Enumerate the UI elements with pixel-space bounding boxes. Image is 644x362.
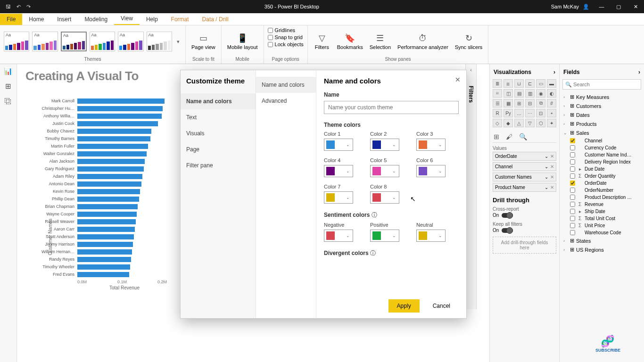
viz-type-button[interactable]: ◆	[504, 119, 513, 127]
viz-type-button[interactable]: ⌗	[493, 89, 502, 98]
chevron-down-icon[interactable]: ⌄	[545, 154, 548, 159]
chevron-right-icon[interactable]: ›	[553, 69, 555, 75]
viz-type-button[interactable]: ☰	[493, 99, 502, 107]
tab-help[interactable]: Help	[140, 14, 165, 25]
remove-icon[interactable]: ✕	[550, 164, 554, 169]
color-picker[interactable]: ⌄	[324, 139, 353, 151]
field-column[interactable]: OrderNumber	[562, 187, 641, 194]
bookmarks-button[interactable]: 🔖Bookmarks	[335, 32, 365, 51]
viz-type-button[interactable]: ⫼	[504, 79, 513, 88]
viz-type-button[interactable]: ▤	[514, 89, 524, 98]
close-icon[interactable]: ✕	[627, 4, 644, 10]
viz-type-button[interactable]: ▭	[536, 79, 545, 88]
theme-swatch[interactable]: Aa	[90, 32, 115, 51]
field-column[interactable]: OrderDate	[562, 180, 641, 187]
theme-swatch[interactable]: Aa	[147, 32, 172, 51]
viz-type-button[interactable]: ⋯	[525, 109, 535, 117]
page-view-button[interactable]: ▭Page view	[190, 32, 217, 51]
field-column[interactable]: ΣUnit Price	[562, 222, 641, 229]
viz-type-button[interactable]: ⧉	[536, 99, 545, 107]
field-column[interactable]: ΣRevenue	[562, 201, 641, 208]
nav-filter-pane[interactable]: Filter pane	[181, 157, 256, 173]
color-picker[interactable]: ⌄	[416, 139, 446, 151]
chevron-right-icon[interactable]: ›	[638, 69, 640, 75]
tab-insert[interactable]: Insert	[50, 14, 78, 25]
chevron-down-icon[interactable]: ⌄	[545, 185, 548, 190]
color-picker[interactable]: ⌄	[370, 139, 399, 151]
tab-file[interactable]: File	[0, 14, 22, 25]
tab-modeling[interactable]: Modeling	[78, 14, 114, 25]
cancel-button[interactable]: Cancel	[424, 299, 459, 313]
theme-swatch[interactable]: Aa	[118, 32, 143, 51]
viz-type-button[interactable]: Py	[504, 109, 513, 117]
chevron-down-icon[interactable]: ⌄	[545, 174, 548, 180]
field-column[interactable]: Product Description …	[562, 194, 641, 201]
field-column[interactable]: Delivery Region Index	[562, 158, 641, 165]
color-picker[interactable]: ⌄	[416, 165, 446, 177]
color-picker[interactable]: ⌄	[324, 165, 353, 177]
analytics-tab-icon[interactable]: 🔍	[519, 133, 527, 140]
color-picker[interactable]: ⌄	[324, 191, 353, 204]
tab-format[interactable]: Format	[165, 14, 196, 25]
viz-type-button[interactable]: △	[514, 119, 524, 127]
field-table-header[interactable]: ›⊞States	[562, 236, 641, 245]
viz-type-button[interactable]: ▥	[525, 89, 535, 98]
viz-type-button[interactable]: ⊟	[525, 99, 535, 107]
nav-name-colors[interactable]: Name and colors	[181, 93, 256, 109]
field-column[interactable]: Currency Code	[562, 144, 641, 151]
viz-type-button[interactable]: ▽	[525, 119, 535, 127]
field-well[interactable]: OrderDate⌄✕	[493, 152, 556, 161]
perf-analyzer-button[interactable]: ⏱Performance analyzer	[396, 33, 450, 51]
report-view-icon[interactable]: 📊	[4, 67, 13, 75]
viz-type-button[interactable]: ⚬	[547, 109, 556, 117]
gridlines-check[interactable]: Gridlines	[268, 27, 295, 33]
cross-report-toggle[interactable]	[502, 213, 513, 218]
field-table-header[interactable]: ›⊞US Regions	[562, 245, 641, 254]
avatar-icon[interactable]: 👤	[583, 4, 589, 10]
field-column[interactable]: ΣTotal Unit Cost	[562, 215, 641, 222]
filters-button[interactable]: ▽Filters	[312, 32, 332, 51]
nav-page[interactable]: Page	[181, 141, 256, 157]
field-column[interactable]: Customer Name Ind…	[562, 151, 641, 158]
color-picker[interactable]: ⌄	[370, 165, 399, 177]
theme-swatch[interactable]: Aa	[32, 32, 58, 51]
color-picker[interactable]: ⌄	[416, 230, 446, 242]
field-table-header[interactable]: ›⊞Products	[562, 119, 641, 128]
mobile-layout-button[interactable]: 📱Mobile layout	[225, 32, 260, 51]
viz-type-button[interactable]: ⊔	[514, 79, 524, 88]
field-column[interactable]: ▸Due Date	[562, 165, 641, 173]
redo-icon[interactable]: ↷	[26, 4, 31, 10]
tab-home[interactable]: Home	[22, 14, 50, 25]
nav-visuals[interactable]: Visuals	[181, 125, 256, 141]
field-well[interactable]: Product Name⌄✕	[493, 183, 556, 192]
selection-button[interactable]: ☰Selection	[368, 32, 393, 51]
data-view-icon[interactable]: ⊞	[5, 82, 11, 90]
minimize-icon[interactable]: —	[593, 4, 610, 10]
remove-icon[interactable]: ✕	[550, 185, 554, 190]
color-picker[interactable]: ⌄	[324, 230, 353, 242]
viz-type-button[interactable]: ▦	[504, 99, 513, 107]
sync-slicers-button[interactable]: ↻Sync slicers	[453, 32, 485, 51]
subnav-name-colors[interactable]: Name and colors	[256, 77, 316, 93]
user-name[interactable]: Sam McKay	[551, 4, 579, 9]
field-column[interactable]: ΣOrder Quantity	[562, 173, 641, 180]
viz-type-button[interactable]: ▬	[547, 79, 556, 88]
fields-search-input[interactable]	[562, 79, 641, 90]
viz-type-button[interactable]: ◇	[493, 119, 502, 127]
field-table-header[interactable]: ›⊞Customers	[562, 101, 641, 110]
viz-type-button[interactable]: #	[547, 99, 556, 107]
model-view-icon[interactable]: ⿻	[5, 97, 12, 105]
fields-tab-icon[interactable]: ⊞	[494, 133, 499, 140]
viz-type-button[interactable]: ⊏	[525, 79, 535, 88]
field-table-header[interactable]: ›⊞Dates	[562, 110, 641, 119]
viz-type-button[interactable]: …	[514, 109, 524, 117]
theme-swatch[interactable]: Aa	[61, 32, 87, 51]
maximize-icon[interactable]: ▢	[610, 4, 627, 10]
theme-swatch[interactable]: Aa	[4, 32, 29, 51]
color-picker[interactable]: ⌄	[370, 230, 399, 242]
apply-button[interactable]: Apply	[388, 299, 420, 313]
drill-drop-zone[interactable]: Add drill-through fields here	[493, 237, 556, 254]
save-icon[interactable]: 🖫	[6, 4, 11, 10]
lock-check[interactable]: Lock objects	[268, 41, 304, 47]
field-column[interactable]: Warehouse Code	[562, 229, 641, 236]
